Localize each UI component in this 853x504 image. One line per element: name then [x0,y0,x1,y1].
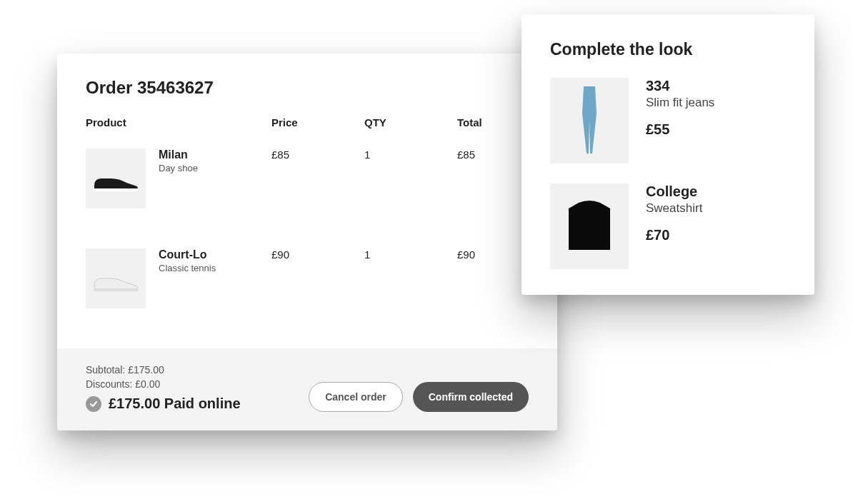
cancel-order-button[interactable]: Cancel order [309,382,403,412]
shoe-dark-icon [91,164,141,193]
product-total: £85 [457,141,529,193]
product-sub: Day shoe [159,163,198,173]
shoe-light-icon [91,264,141,293]
check-circle-icon [86,396,101,412]
col-product: Product [86,116,271,141]
product-sub: Classic tennis [159,263,216,273]
sweatshirt-icon [557,194,622,258]
product-qty: 1 [364,241,457,293]
table-row: Court-Lo Classic tennis [86,241,271,341]
look-item-price: £70 [646,227,702,243]
product-name: Court-Lo [159,248,216,261]
product-thumb [86,148,146,208]
jeans-icon [575,85,604,156]
paid-text: £175.00 Paid online [109,395,241,412]
order-title: Order 35463627 [86,78,529,98]
table-row: Milan Day shoe [86,141,271,241]
order-footer: Subtotal: £175.00 Discounts: £0.00 £175.… [57,348,557,430]
subtotal-line: Subtotal: £175.00 [86,364,241,376]
look-thumb [550,78,629,163]
look-thumb [550,183,629,269]
look-title: Complete the look [550,40,786,59]
look-item-sub: Sweatshirt [646,201,702,216]
list-item[interactable]: 334 Slim fit jeans £55 [550,78,786,163]
product-thumb [86,248,146,308]
complete-look-card: Complete the look 334 Slim fit jeans £55… [522,14,814,295]
list-item[interactable]: College Sweatshirt £70 [550,183,786,269]
confirm-collected-button[interactable]: Confirm collected [413,382,529,412]
order-table: Product Price QTY Total Milan Day shoe £… [86,116,529,341]
col-qty: QTY [364,116,457,141]
svg-rect-1 [94,288,138,291]
look-item-name: 334 [646,78,714,94]
col-price: Price [271,116,364,141]
look-item-name: College [646,183,702,200]
discounts-line: Discounts: £0.00 [86,378,241,390]
product-total: £90 [457,241,529,293]
svg-rect-0 [94,188,138,191]
product-name: Milan [159,148,198,161]
order-card: Order 35463627 Product Price QTY Total M… [57,54,557,430]
col-total: Total [457,116,529,141]
product-price: £90 [271,241,364,293]
look-item-price: £55 [646,121,714,138]
paid-line: £175.00 Paid online [86,395,241,412]
product-qty: 1 [364,141,457,193]
product-price: £85 [271,141,364,193]
look-item-sub: Slim fit jeans [646,96,714,110]
